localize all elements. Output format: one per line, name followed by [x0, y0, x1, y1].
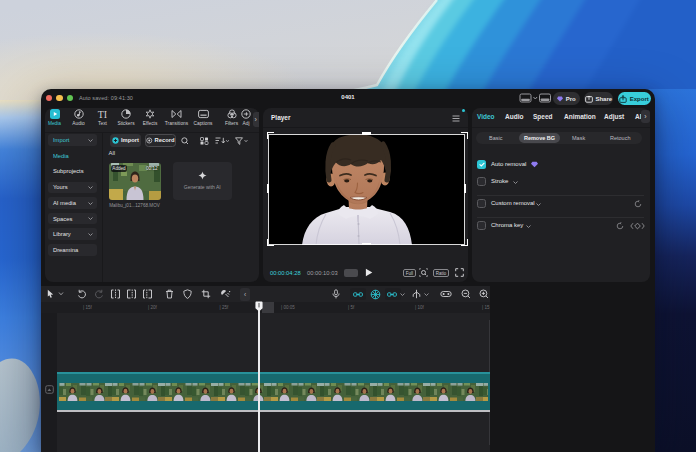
svg-text:TI: TI	[98, 109, 107, 119]
